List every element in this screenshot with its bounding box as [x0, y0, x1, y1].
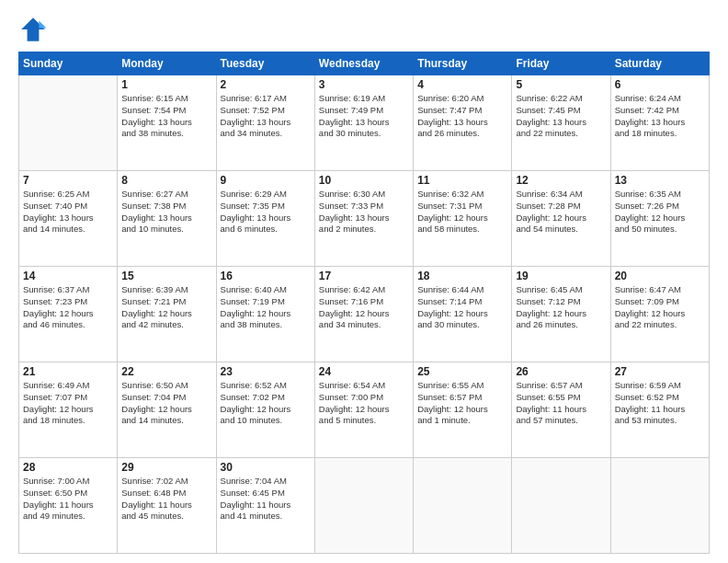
day-info: Sunrise: 6:34 AM Sunset: 7:28 PM Dayligh…	[516, 189, 606, 236]
day-info: Sunrise: 6:52 AM Sunset: 7:02 PM Dayligh…	[221, 380, 311, 427]
day-info: Sunrise: 6:42 AM Sunset: 7:16 PM Dayligh…	[319, 284, 409, 331]
day-number: 30	[221, 461, 311, 474]
day-info: Sunrise: 6:47 AM Sunset: 7:09 PM Dayligh…	[615, 284, 705, 331]
day-number: 4	[417, 78, 507, 91]
header	[18, 15, 710, 44]
day-number: 5	[516, 78, 606, 91]
calendar-header-friday: Friday	[512, 52, 610, 75]
svg-marker-0	[21, 17, 45, 41]
day-number: 10	[319, 174, 409, 187]
week-row-3: 14Sunrise: 6:37 AM Sunset: 7:23 PM Dayli…	[19, 267, 710, 362]
week-row-1: 1Sunrise: 6:15 AM Sunset: 7:54 PM Daylig…	[19, 75, 710, 171]
day-number: 28	[23, 461, 113, 474]
calendar-cell: 23Sunrise: 6:52 AM Sunset: 7:02 PM Dayli…	[216, 362, 314, 458]
calendar-cell: 7Sunrise: 6:25 AM Sunset: 7:40 PM Daylig…	[19, 171, 118, 267]
calendar-cell: 8Sunrise: 6:27 AM Sunset: 7:38 PM Daylig…	[118, 171, 216, 267]
day-info: Sunrise: 6:39 AM Sunset: 7:21 PM Dayligh…	[121, 284, 211, 331]
day-info: Sunrise: 6:59 AM Sunset: 6:52 PM Dayligh…	[615, 380, 705, 427]
calendar-cell: 21Sunrise: 6:49 AM Sunset: 7:07 PM Dayli…	[19, 362, 118, 458]
calendar-cell: 5Sunrise: 6:22 AM Sunset: 7:45 PM Daylig…	[512, 75, 610, 171]
day-number: 26	[516, 365, 606, 378]
calendar-cell: 19Sunrise: 6:45 AM Sunset: 7:12 PM Dayli…	[512, 267, 610, 362]
day-info: Sunrise: 6:44 AM Sunset: 7:14 PM Dayligh…	[417, 284, 507, 331]
day-info: Sunrise: 6:54 AM Sunset: 7:00 PM Dayligh…	[319, 380, 409, 427]
day-number: 29	[121, 461, 211, 474]
calendar-cell	[512, 458, 610, 554]
week-row-2: 7Sunrise: 6:25 AM Sunset: 7:40 PM Daylig…	[19, 171, 710, 267]
day-info: Sunrise: 6:22 AM Sunset: 7:45 PM Dayligh…	[516, 93, 606, 140]
day-info: Sunrise: 6:37 AM Sunset: 7:23 PM Dayligh…	[23, 284, 113, 331]
calendar-cell: 10Sunrise: 6:30 AM Sunset: 7:33 PM Dayli…	[314, 171, 413, 267]
day-info: Sunrise: 6:17 AM Sunset: 7:52 PM Dayligh…	[221, 93, 311, 140]
day-info: Sunrise: 6:27 AM Sunset: 7:38 PM Dayligh…	[121, 189, 211, 236]
calendar-cell: 1Sunrise: 6:15 AM Sunset: 7:54 PM Daylig…	[118, 75, 216, 171]
page: SundayMondayTuesdayWednesdayThursdayFrid…	[0, 0, 728, 563]
day-number: 15	[121, 270, 211, 282]
calendar-header-tuesday: Tuesday	[216, 52, 314, 75]
calendar-header-thursday: Thursday	[414, 52, 512, 75]
day-number: 9	[221, 174, 311, 187]
day-info: Sunrise: 6:32 AM Sunset: 7:31 PM Dayligh…	[417, 189, 507, 236]
day-number: 6	[615, 78, 705, 91]
calendar-cell	[19, 75, 118, 171]
day-number: 24	[319, 365, 409, 378]
calendar-cell: 27Sunrise: 6:59 AM Sunset: 6:52 PM Dayli…	[610, 362, 709, 458]
calendar-cell: 12Sunrise: 6:34 AM Sunset: 7:28 PM Dayli…	[512, 171, 610, 267]
calendar-cell: 25Sunrise: 6:55 AM Sunset: 6:57 PM Dayli…	[414, 362, 512, 458]
day-number: 2	[221, 78, 311, 91]
day-info: Sunrise: 6:30 AM Sunset: 7:33 PM Dayligh…	[319, 189, 409, 236]
calendar-header-monday: Monday	[118, 52, 216, 75]
day-number: 13	[615, 174, 705, 187]
calendar-cell: 9Sunrise: 6:29 AM Sunset: 7:35 PM Daylig…	[216, 171, 314, 267]
day-number: 12	[516, 174, 606, 187]
calendar-header-row: SundayMondayTuesdayWednesdayThursdayFrid…	[19, 52, 710, 75]
calendar-cell: 6Sunrise: 6:24 AM Sunset: 7:42 PM Daylig…	[610, 75, 709, 171]
day-number: 8	[121, 174, 211, 187]
week-row-5: 28Sunrise: 7:00 AM Sunset: 6:50 PM Dayli…	[19, 458, 710, 554]
calendar-cell: 18Sunrise: 6:44 AM Sunset: 7:14 PM Dayli…	[414, 267, 512, 362]
day-info: Sunrise: 6:24 AM Sunset: 7:42 PM Dayligh…	[615, 93, 705, 140]
calendar-cell: 26Sunrise: 6:57 AM Sunset: 6:55 PM Dayli…	[512, 362, 610, 458]
calendar-cell: 2Sunrise: 6:17 AM Sunset: 7:52 PM Daylig…	[216, 75, 314, 171]
calendar-cell: 24Sunrise: 6:54 AM Sunset: 7:00 PM Dayli…	[314, 362, 413, 458]
day-info: Sunrise: 6:29 AM Sunset: 7:35 PM Dayligh…	[221, 189, 311, 236]
day-info: Sunrise: 6:49 AM Sunset: 7:07 PM Dayligh…	[23, 380, 113, 427]
day-number: 3	[319, 78, 409, 91]
calendar-cell: 16Sunrise: 6:40 AM Sunset: 7:19 PM Dayli…	[216, 267, 314, 362]
calendar-cell: 20Sunrise: 6:47 AM Sunset: 7:09 PM Dayli…	[610, 267, 709, 362]
calendar-cell	[414, 458, 512, 554]
day-info: Sunrise: 6:55 AM Sunset: 6:57 PM Dayligh…	[417, 380, 507, 427]
calendar-cell: 15Sunrise: 6:39 AM Sunset: 7:21 PM Dayli…	[118, 267, 216, 362]
calendar-cell	[314, 458, 413, 554]
calendar-cell: 4Sunrise: 6:20 AM Sunset: 7:47 PM Daylig…	[414, 75, 512, 171]
day-info: Sunrise: 6:45 AM Sunset: 7:12 PM Dayligh…	[516, 284, 606, 331]
calendar-cell: 13Sunrise: 6:35 AM Sunset: 7:26 PM Dayli…	[610, 171, 709, 267]
logo	[18, 15, 51, 44]
week-row-4: 21Sunrise: 6:49 AM Sunset: 7:07 PM Dayli…	[19, 362, 710, 458]
svg-marker-1	[39, 20, 46, 28]
calendar-cell: 30Sunrise: 7:04 AM Sunset: 6:45 PM Dayli…	[216, 458, 314, 554]
day-number: 14	[23, 270, 113, 282]
day-number: 16	[221, 270, 311, 282]
day-info: Sunrise: 7:04 AM Sunset: 6:45 PM Dayligh…	[221, 476, 311, 523]
day-info: Sunrise: 7:02 AM Sunset: 6:48 PM Dayligh…	[121, 476, 211, 523]
calendar-cell: 28Sunrise: 7:00 AM Sunset: 6:50 PM Dayli…	[19, 458, 118, 554]
calendar-cell: 14Sunrise: 6:37 AM Sunset: 7:23 PM Dayli…	[19, 267, 118, 362]
day-info: Sunrise: 7:00 AM Sunset: 6:50 PM Dayligh…	[23, 476, 113, 523]
calendar-cell: 29Sunrise: 7:02 AM Sunset: 6:48 PM Dayli…	[118, 458, 216, 554]
day-info: Sunrise: 6:15 AM Sunset: 7:54 PM Dayligh…	[121, 93, 211, 140]
day-number: 21	[23, 365, 113, 378]
day-number: 23	[221, 365, 311, 378]
day-info: Sunrise: 6:40 AM Sunset: 7:19 PM Dayligh…	[221, 284, 311, 331]
day-number: 25	[417, 365, 507, 378]
calendar-header-saturday: Saturday	[610, 52, 709, 75]
day-number: 1	[121, 78, 211, 91]
calendar-cell: 22Sunrise: 6:50 AM Sunset: 7:04 PM Dayli…	[118, 362, 216, 458]
calendar-header-sunday: Sunday	[19, 52, 118, 75]
day-info: Sunrise: 6:50 AM Sunset: 7:04 PM Dayligh…	[121, 380, 211, 427]
day-number: 18	[417, 270, 507, 282]
calendar-cell: 11Sunrise: 6:32 AM Sunset: 7:31 PM Dayli…	[414, 171, 512, 267]
day-info: Sunrise: 6:35 AM Sunset: 7:26 PM Dayligh…	[615, 189, 705, 236]
calendar-table: SundayMondayTuesdayWednesdayThursdayFrid…	[18, 52, 710, 554]
calendar-cell	[610, 458, 709, 554]
